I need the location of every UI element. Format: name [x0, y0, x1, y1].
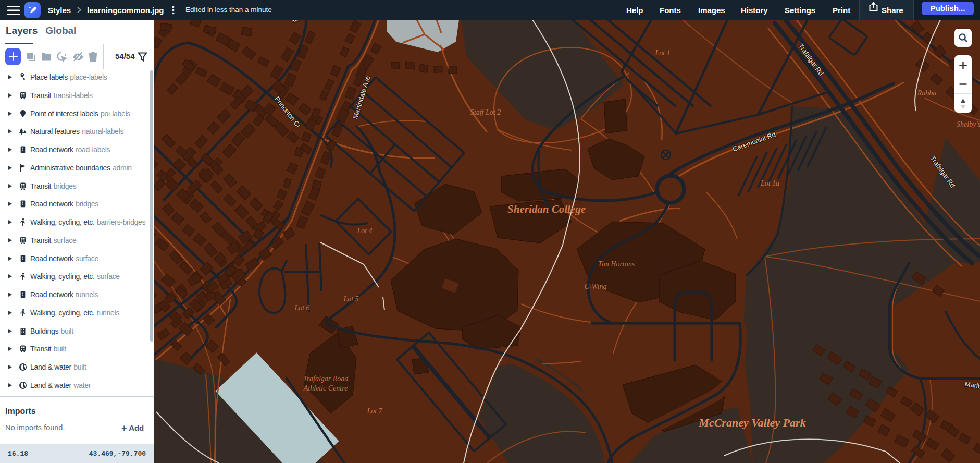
svg-text:C-Wing: C-Wing — [585, 283, 607, 290]
svg-text:Shelby's: Shelby's — [957, 120, 980, 128]
svg-text:Lot 7: Lot 7 — [366, 407, 382, 415]
svg-text:Staff Lot 2: Staff Lot 2 — [470, 108, 501, 116]
svg-text:Athletic Centre: Athletic Centre — [303, 384, 348, 392]
svg-text:Lot 1a: Lot 1a — [760, 179, 779, 187]
svg-text:Lot 1: Lot 1 — [654, 49, 670, 57]
svg-text:Lot 4: Lot 4 — [356, 227, 372, 235]
svg-text:Lot 5: Lot 5 — [343, 295, 358, 303]
svg-text:Tim Hortons: Tim Hortons — [598, 260, 635, 268]
svg-text:Trafalgar Road: Trafalgar Road — [303, 375, 349, 383]
svg-text:Rabba: Rabba — [917, 89, 937, 97]
svg-text:Sheridan College: Sheridan College — [507, 203, 586, 215]
svg-text:Lot 6: Lot 6 — [294, 304, 309, 312]
svg-text:McCraney Valley Park: McCraney Valley Park — [698, 416, 805, 429]
